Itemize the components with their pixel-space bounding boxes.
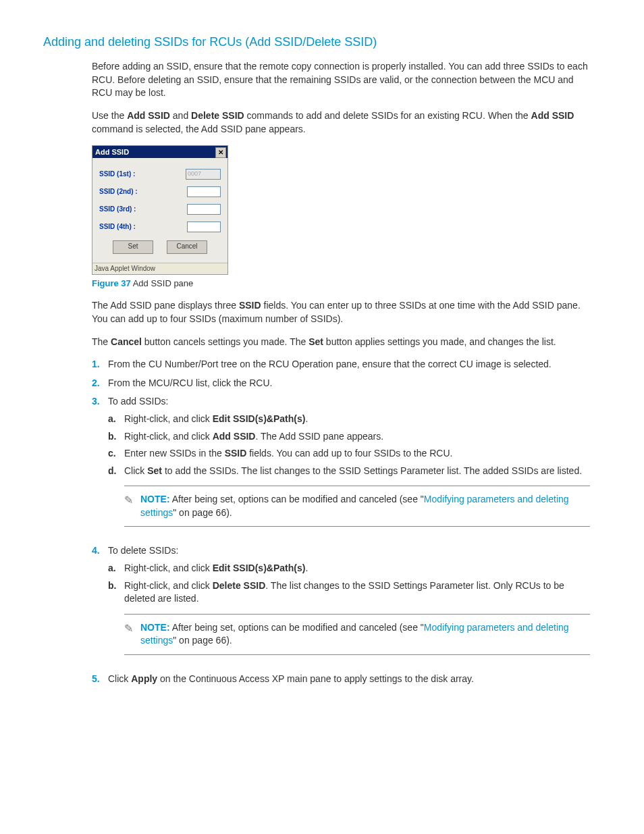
cmd-delete-ssid: Delete SSID [191, 110, 244, 121]
dialog-title: Add SSID ✕ [92, 146, 227, 158]
text: Click [108, 673, 131, 684]
text: . [305, 413, 308, 424]
set-label: Set [308, 336, 323, 347]
procedure-list: 1. From the CU Number/Port tree on the R… [92, 358, 590, 686]
note-text: After being set, options can be modified… [170, 494, 424, 504]
step-2: From the MCU/RCU list, click the RCU. [108, 377, 590, 390]
apply-cmd: Apply [131, 673, 157, 684]
text: button applies settings you made, and ch… [323, 336, 556, 347]
cancel-button: Cancel [167, 240, 207, 254]
ssid-3-label: SSID (3rd) : [99, 205, 187, 214]
substep-marker: c. [108, 447, 124, 461]
step-1: From the CU Number/Port tree on the RCU … [108, 358, 590, 371]
close-icon: ✕ [215, 147, 226, 158]
substep-marker: d. [108, 465, 124, 478]
note-box: ✎ NOTE: After being set, options can be … [124, 486, 590, 527]
figure-caption-text: Add SSID pane [131, 278, 194, 288]
text: Use the [92, 110, 127, 121]
note-content: NOTE: After being set, options can be mo… [140, 493, 590, 519]
add-ssid-pane-figure: Add SSID ✕ SSID (1st) : 0007 SSID (2nd) … [92, 145, 228, 275]
ssid-1-input: 0007 [186, 169, 221, 180]
note-text: " on page 66). [173, 507, 232, 518]
edit-ssid-path: Edit SSID(s)&Path(s) [213, 563, 306, 573]
intro-paragraph-2: Use the Add SSID and Delete SSID command… [92, 109, 590, 136]
delete-ssid: Delete SSID [213, 580, 266, 591]
substep-marker: a. [108, 413, 124, 426]
text: The [92, 336, 111, 347]
text: The Add SSID pane displays three [92, 300, 239, 311]
after-fig-p2: The Cancel button cancels settings you m… [92, 336, 590, 349]
text: Click [124, 465, 147, 476]
ssid-3-input [187, 204, 221, 215]
note-content: NOTE: After being set, options can be mo… [140, 621, 590, 648]
ssid-4-label: SSID (4th) : [99, 222, 187, 232]
set-cmd: Set [147, 465, 162, 476]
step-marker: 1. [92, 358, 108, 371]
set-button: Set [113, 240, 153, 254]
text: Right-click, and click [124, 580, 213, 591]
step-4b: Right-click, and click Delete SSID. The … [124, 579, 590, 606]
step-marker: 5. [92, 673, 108, 686]
step-3a: Right-click, and click Edit SSID(s)&Path… [124, 413, 590, 426]
step-5: Click Apply on the Continuous Access XP … [108, 673, 590, 686]
cmd-add-ssid-2: Add SSID [531, 110, 574, 121]
edit-ssid-path: Edit SSID(s)&Path(s) [213, 413, 306, 424]
substep-marker: b. [108, 579, 124, 606]
text: . The Add SSID pane appears. [255, 431, 383, 442]
add-ssid: Add SSID [213, 431, 256, 442]
note-label: NOTE: [140, 494, 170, 504]
cancel-label: Cancel [111, 336, 142, 347]
dialog-title-text: Add SSID [95, 148, 129, 156]
figure-number: Figure 37 [92, 278, 131, 288]
note-icon: ✎ [124, 621, 140, 648]
text: Right-click, and click [124, 563, 213, 573]
substep-marker: b. [108, 430, 124, 444]
intro-paragraph-1: Before adding an SSID, ensure that the r… [92, 60, 590, 100]
ssid-1-label: SSID (1st) : [99, 170, 186, 179]
note-icon: ✎ [124, 493, 140, 519]
cmd-add-ssid: Add SSID [127, 110, 170, 121]
ssid-2-input [187, 186, 221, 197]
ssid-field: SSID [225, 448, 247, 459]
step-4: To delete SSIDs: [108, 545, 178, 556]
ssid-4-input [187, 221, 221, 232]
text: and [170, 110, 191, 121]
figure-caption: Figure 37 Add SSID pane [92, 278, 590, 290]
text: . [305, 563, 308, 573]
note-label: NOTE: [140, 622, 170, 633]
substep-marker: a. [108, 562, 124, 575]
text: command is selected, the Add SSID pane a… [92, 124, 306, 134]
text: Right-click, and click [124, 413, 213, 424]
ssid-2-label: SSID (2nd) : [99, 187, 187, 197]
step-3c: Enter new SSIDs in the SSID fields. You … [124, 447, 590, 461]
section-title: Adding and deleting SSIDs for RCUs (Add … [43, 34, 590, 51]
text: to add the SSIDs. The list changes to th… [162, 465, 582, 476]
text: button cancels settings you made. The [142, 336, 308, 347]
step-marker: 3. [92, 395, 108, 539]
java-applet-status: Java Applet Window [92, 263, 227, 274]
text: on the Continuous Access XP main pane to… [157, 673, 474, 684]
text: Enter new SSIDs in the [124, 448, 225, 459]
note-text: " on page 66). [173, 635, 232, 646]
note-box: ✎ NOTE: After being set, options can be … [124, 614, 590, 655]
step-marker: 2. [92, 377, 108, 390]
text: commands to add and delete SSIDs for an … [244, 110, 531, 121]
after-fig-p1: The Add SSID pane displays three SSID fi… [92, 299, 590, 325]
ssid-field-label: SSID [239, 300, 261, 311]
step-4a: Right-click, and click Edit SSID(s)&Path… [124, 562, 590, 575]
step-marker: 4. [92, 544, 108, 667]
step-3b: Right-click, and click Add SSID. The Add… [124, 430, 590, 444]
note-text: After being set, options can be modified… [170, 622, 424, 633]
step-3: To add SSIDs: [108, 396, 169, 407]
text: Right-click, and click [124, 431, 213, 442]
text: fields. You can add up to four SSIDs to … [246, 448, 452, 459]
step-3d: Click Set to add the SSIDs. The list cha… [124, 465, 590, 478]
